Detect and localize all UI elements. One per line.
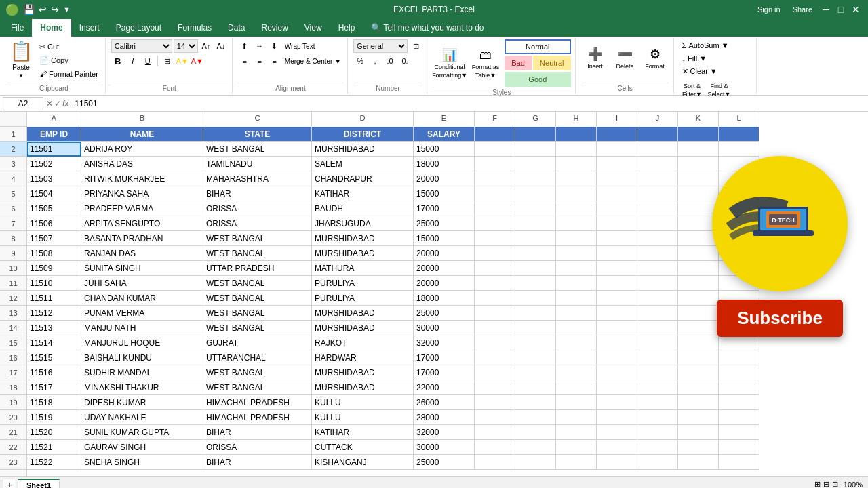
- cell-18-8[interactable]: [597, 380, 637, 395]
- cell-4-3[interactable]: CHANDRAPUR: [312, 171, 414, 186]
- cell-7-5[interactable]: [475, 216, 515, 231]
- cell-4-4[interactable]: 20000: [414, 171, 475, 186]
- cell-5-10[interactable]: [678, 186, 719, 201]
- cell-14-7[interactable]: [556, 321, 597, 336]
- cell-10-8[interactable]: [597, 261, 637, 276]
- cell-22-8[interactable]: [597, 440, 637, 455]
- cell-1-7[interactable]: [556, 127, 597, 142]
- cell-23-0[interactable]: 11522: [27, 455, 81, 470]
- cell-5-4[interactable]: 15000: [414, 186, 475, 201]
- cell-10-6[interactable]: [515, 261, 556, 276]
- share-button[interactable]: Share: [787, 3, 818, 16]
- cell-16-4[interactable]: 17000: [414, 350, 475, 365]
- view-layout-btn[interactable]: ⊟: [823, 480, 829, 488]
- cell-21-0[interactable]: 11520: [27, 425, 81, 440]
- cell-6-3[interactable]: BAUDH: [312, 201, 414, 216]
- row-header-17[interactable]: 17: [0, 365, 26, 380]
- cell-19-7[interactable]: [556, 395, 597, 410]
- cell-6-9[interactable]: [637, 201, 678, 216]
- cell-14-0[interactable]: 11513: [27, 321, 81, 336]
- format-as-table-button[interactable]: 🗃 Format as Table▼: [469, 44, 502, 82]
- cell-19-10[interactable]: [678, 395, 719, 410]
- cell-12-6[interactable]: [515, 291, 556, 306]
- save-icon[interactable]: 💾: [23, 4, 35, 15]
- cell-6-4[interactable]: 17000: [414, 201, 475, 216]
- comma-btn[interactable]: ,: [368, 54, 382, 68]
- cell-20-3[interactable]: KULLU: [312, 410, 414, 425]
- cell-13-0[interactable]: 11512: [27, 306, 81, 321]
- cell-12-9[interactable]: [637, 291, 678, 306]
- cell-13-1[interactable]: PUNAM VERMA: [81, 306, 203, 321]
- row-header-18[interactable]: 18: [0, 380, 26, 395]
- format-button[interactable]: ⚙ Format: [641, 39, 669, 77]
- cell-13-9[interactable]: [637, 306, 678, 321]
- cell-22-3[interactable]: CUTTACK: [312, 440, 414, 455]
- wrap-text-button[interactable]: Wrap Text: [283, 39, 317, 53]
- cell-12-0[interactable]: 11511: [27, 291, 81, 306]
- cell-15-0[interactable]: 11514: [27, 336, 81, 350]
- cell-8-4[interactable]: 15000: [414, 231, 475, 246]
- cell-3-5[interactable]: [475, 157, 515, 171]
- cell-17-4[interactable]: 17000: [414, 365, 475, 380]
- cell-11-2[interactable]: WEST BANGAL: [203, 276, 312, 291]
- cell-21-7[interactable]: [556, 425, 597, 440]
- cell-21-11[interactable]: [719, 425, 760, 440]
- delete-button[interactable]: ➖ Delete: [611, 39, 639, 77]
- cell-10-4[interactable]: 20000: [414, 261, 475, 276]
- cell-9-5[interactable]: [475, 246, 515, 261]
- select-all-button[interactable]: [0, 112, 27, 127]
- paste-button[interactable]: 📋 Paste ▼: [7, 39, 35, 79]
- cell-3-4[interactable]: 18000: [414, 157, 475, 171]
- cell-1-5[interactable]: [475, 127, 515, 142]
- row-header-13[interactable]: 13: [0, 306, 26, 321]
- cell-10-11[interactable]: [719, 261, 760, 276]
- cell-4-10[interactable]: [678, 171, 719, 186]
- row-header-23[interactable]: 23: [0, 455, 26, 470]
- cell-12-3[interactable]: PURULIYA: [312, 291, 414, 306]
- cell-14-3[interactable]: MURSHIDABAD: [312, 321, 414, 336]
- row-header-2[interactable]: 2: [0, 142, 26, 157]
- minimize-button[interactable]: ─: [819, 3, 833, 16]
- cell-22-6[interactable]: [515, 440, 556, 455]
- cell-7-9[interactable]: [637, 216, 678, 231]
- cell-2-2[interactable]: WEST BANGAL: [203, 142, 312, 157]
- style-bad[interactable]: Bad: [505, 56, 532, 70]
- cell-8-9[interactable]: [637, 231, 678, 246]
- cell-17-0[interactable]: 11516: [27, 365, 81, 380]
- row-header-20[interactable]: 20: [0, 410, 26, 425]
- cell-7-10[interactable]: [678, 216, 719, 231]
- cell-7-3[interactable]: JHARSUGUDA: [312, 216, 414, 231]
- cell-1-8[interactable]: [597, 127, 637, 142]
- cell-12-10[interactable]: [678, 291, 719, 306]
- sign-in-button[interactable]: Sign in: [752, 3, 786, 16]
- cell-7-4[interactable]: 25000: [414, 216, 475, 231]
- cell-23-10[interactable]: [678, 455, 719, 470]
- cell-5-6[interactable]: [515, 186, 556, 201]
- style-neutral[interactable]: Neutral: [533, 56, 570, 70]
- cell-17-9[interactable]: [637, 365, 678, 380]
- cell-5-0[interactable]: 11504: [27, 186, 81, 201]
- cell-16-1[interactable]: BAISHALI KUNDU: [81, 350, 203, 365]
- confirm-formula-icon[interactable]: ✓: [54, 99, 61, 108]
- cell-14-11[interactable]: [719, 321, 760, 336]
- cell-21-1[interactable]: SUNIL KUMAR GUPTA: [81, 425, 203, 440]
- cell-4-11[interactable]: [719, 171, 760, 186]
- cell-6-2[interactable]: ORISSA: [203, 201, 312, 216]
- add-sheet-button[interactable]: +: [3, 479, 16, 489]
- col-header-h[interactable]: H: [556, 112, 597, 127]
- merge-center-button[interactable]: Merge & Center ▼: [283, 54, 343, 68]
- tab-file[interactable]: File: [3, 19, 32, 37]
- cell-23-5[interactable]: [475, 455, 515, 470]
- bold-button[interactable]: B: [111, 54, 125, 68]
- formula-input[interactable]: 11501: [71, 97, 865, 110]
- conditional-formatting-button[interactable]: 📊 Conditional Formatting▼: [433, 44, 467, 82]
- row-header-10[interactable]: 10: [0, 261, 26, 276]
- cell-8-10[interactable]: [678, 231, 719, 246]
- cell-15-11[interactable]: [719, 336, 760, 350]
- cell-2-4[interactable]: 15000: [414, 142, 475, 157]
- cell-19-4[interactable]: 26000: [414, 395, 475, 410]
- cell-3-2[interactable]: TAMILNADU: [203, 157, 312, 171]
- row-header-8[interactable]: 8: [0, 231, 26, 246]
- cell-1-3[interactable]: DISTRICT: [312, 127, 414, 142]
- cell-11-0[interactable]: 11510: [27, 276, 81, 291]
